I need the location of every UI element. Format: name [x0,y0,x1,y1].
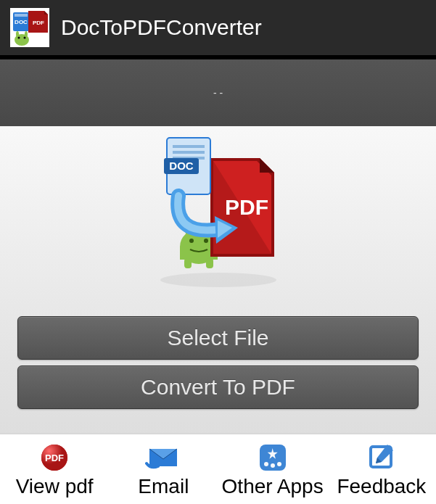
bottom-label: Other Apps [222,475,324,498]
svg-point-32 [264,462,268,466]
svg-text:DOC: DOC [169,160,194,172]
bottom-item-email[interactable]: Email [109,440,218,498]
banner-strip: - - [0,59,436,126]
svg-rect-2 [15,14,28,17]
bottom-item-view-pdf[interactable]: PDF View pdf [0,440,109,498]
bottom-label: Email [138,475,189,498]
bottom-item-other-apps[interactable]: Other Apps [218,440,327,498]
svg-point-15 [189,239,194,243]
svg-point-16 [204,239,208,243]
svg-rect-22 [173,151,205,154]
svg-point-7 [24,37,26,39]
convert-button[interactable]: Convert To PDF [17,365,419,409]
mail-icon [144,440,182,475]
svg-text:DOC: DOC [15,19,28,25]
svg-rect-21 [173,145,205,148]
svg-point-8 [16,31,19,37]
banner-text: - - [213,87,223,99]
titlebar: DOC PDF DocToPDFConverter [0,0,436,59]
edit-icon [363,440,400,475]
bottom-bar: PDF View pdf Email [0,433,436,504]
appstore-icon [254,440,292,475]
svg-point-10 [160,273,276,287]
svg-rect-14 [206,258,213,268]
doc-to-pdf-hero-icon: PDF DOC [135,135,302,302]
bottom-item-feedback[interactable]: Feedback [327,440,436,498]
svg-text:PDF: PDF [45,453,64,463]
svg-text:PDF: PDF [33,20,44,26]
app-icon: DOC PDF [10,8,49,47]
svg-text:PDF: PDF [225,195,268,219]
convert-label: Convert To PDF [141,375,295,400]
main-content: PDF DOC Select File Convert To PDF [0,126,436,433]
bottom-label: View pdf [16,475,94,498]
svg-point-33 [271,463,275,468]
bottom-label: Feedback [337,475,426,498]
app-title: DocToPDFConverter [61,15,262,40]
svg-point-34 [277,462,281,466]
svg-point-6 [18,37,20,39]
svg-rect-13 [184,258,192,268]
pdf-badge-icon: PDF [36,440,73,475]
select-file-label: Select File [167,326,268,350]
svg-point-9 [25,31,28,37]
select-file-button[interactable]: Select File [17,316,419,360]
